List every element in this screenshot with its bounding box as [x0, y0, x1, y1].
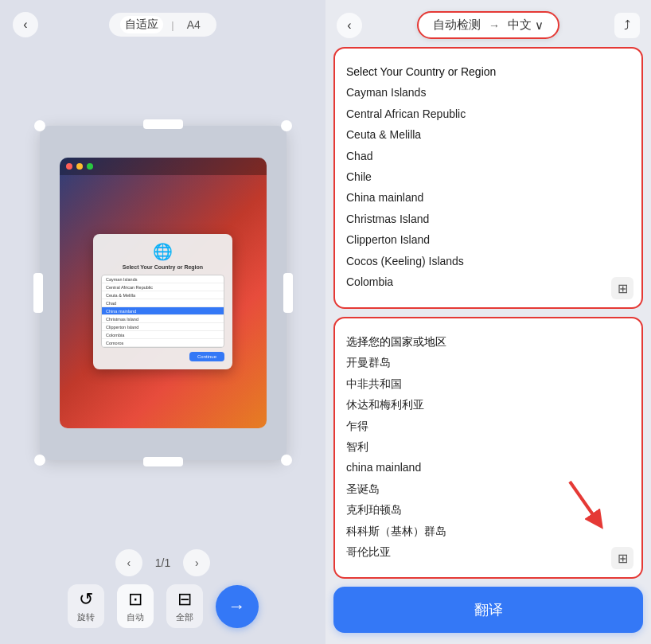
- handle-corner-tl[interactable]: [34, 120, 45, 131]
- left-bottom-bar: ‹ 1/1 › ↺ 旋转 ⊡ 自动 ⊟ 全部 →: [0, 541, 326, 644]
- source-item-8: Clipperton Island: [346, 229, 630, 250]
- right-panel: ‹ 自动检测 → 中文 ∨ ⤴ Select Your Country or R…: [326, 0, 651, 644]
- source-item-3: Ceuta & Melilla: [346, 124, 630, 145]
- mac-content: 🌐 Select Your Country or Region Cayman I…: [60, 175, 267, 428]
- next-icon: ›: [195, 556, 199, 569]
- source-text-box: Select Your Country or Region Cayman Isl…: [333, 47, 643, 309]
- mode-auto-option[interactable]: 自适应: [120, 16, 163, 33]
- source-content: Select Your Country or Region Cayman Isl…: [346, 61, 630, 295]
- mac-list-item-4: Chad: [102, 299, 224, 307]
- handle-right[interactable]: [283, 273, 293, 313]
- full-scan-label: 全部: [176, 611, 193, 623]
- mode-selector: 自适应 | A4: [109, 13, 216, 37]
- translated-item-2: 中非共和国: [346, 373, 630, 394]
- prev-icon: ‹: [127, 556, 131, 569]
- handle-bottom[interactable]: [143, 457, 183, 466]
- source-item-4: Chad: [346, 146, 630, 166]
- full-scan-button[interactable]: ⊟ 全部: [166, 584, 203, 628]
- language-selector[interactable]: 自动检测 → 中文 ∨: [417, 11, 559, 39]
- full-scan-icon: ⊟: [177, 589, 192, 610]
- source-item-2: Central African Republic: [346, 103, 630, 124]
- bottom-toolbar: ↺ 旋转 ⊡ 自动 ⊟ 全部 →: [16, 584, 310, 628]
- rotate-icon: ↺: [79, 589, 93, 610]
- back-icon-right: ‹: [347, 18, 351, 33]
- translated-item-0: 选择您的国家或地区: [346, 331, 630, 352]
- handle-corner-br[interactable]: [281, 455, 292, 466]
- translated-add-button[interactable]: ⊞: [611, 547, 633, 569]
- source-item-7: Christmas Island: [346, 209, 630, 229]
- mac-country-list: Cayman Islands Central African Republic …: [101, 275, 224, 348]
- translated-item-6: china mainland: [346, 457, 630, 478]
- source-item-5: Chile: [346, 166, 630, 187]
- left-panel: ‹ 自适应 | A4: [0, 0, 326, 644]
- handle-left[interactable]: [33, 273, 43, 313]
- mac-list-item-7: Clipperton Island: [102, 323, 224, 331]
- mac-dot-green: [87, 163, 93, 170]
- translated-item-3: 休达和梅利利亚: [346, 394, 630, 415]
- globe-icon: 🌐: [101, 242, 224, 261]
- handle-corner-tr[interactable]: [281, 120, 292, 131]
- mac-dot-red: [66, 163, 72, 170]
- back-button-left[interactable]: ‹: [13, 12, 38, 37]
- mode-a4-option[interactable]: A4: [182, 17, 205, 33]
- mac-continue-button[interactable]: Continue: [189, 352, 224, 361]
- translated-item-5: 智利: [346, 436, 630, 457]
- preview-area: 🌐 Select Your Country or Region Cayman I…: [0, 45, 326, 541]
- mode-divider: |: [171, 19, 173, 31]
- translated-text-box: 选择您的国家或地区 开曼群岛 中非共和国 休达和梅利利亚 乍得 智利 china…: [333, 317, 643, 579]
- right-header: ‹ 自动检测 → 中文 ∨ ⤴: [333, 11, 643, 39]
- page-indicator: 1/1: [155, 556, 170, 569]
- mac-list-item-2: Central African Republic: [102, 283, 224, 291]
- mac-list-item-9: Comoros: [102, 339, 224, 347]
- lang-target-label: 中文: [508, 18, 532, 33]
- auto-scan-icon: ⊡: [128, 589, 142, 610]
- translate-arrow-icon: →: [228, 596, 246, 617]
- source-item-10: Colombia: [346, 271, 630, 292]
- handle-corner-bl[interactable]: [34, 455, 45, 466]
- source-item-1: Cayman Islands: [346, 82, 630, 103]
- share-button[interactable]: ⤴: [614, 13, 640, 38]
- mac-list-item-3: Ceuta & Melilla: [102, 291, 224, 299]
- mac-list-item-6: Christmas Island: [102, 315, 224, 323]
- rotate-label: 旋转: [77, 611, 95, 623]
- source-add-icon: ⊞: [618, 281, 628, 296]
- translated-add-icon: ⊞: [618, 551, 628, 566]
- source-item-0: Select Your Country or Region: [346, 61, 630, 82]
- next-page-button[interactable]: ›: [183, 549, 210, 576]
- mac-titlebar: [60, 158, 267, 175]
- svg-line-1: [570, 482, 598, 521]
- rotate-button[interactable]: ↺ 旋转: [68, 584, 104, 628]
- back-icon-left: ‹: [23, 18, 27, 32]
- mac-dialog: 🌐 Select Your Country or Region Cayman I…: [93, 234, 232, 369]
- mac-list-item-1: Cayman Islands: [102, 275, 224, 283]
- auto-scan-button[interactable]: ⊡ 自动: [117, 584, 154, 628]
- mac-list-item-5: China mainland: [102, 307, 224, 315]
- source-item-6: China mainland: [346, 187, 630, 208]
- mac-window-preview: 🌐 Select Your Country or Region Cayman I…: [60, 158, 267, 428]
- translated-item-4: 乍得: [346, 416, 630, 436]
- translated-item-1: 开曼群岛: [346, 352, 630, 373]
- lang-source-label: 自动检测: [433, 18, 481, 33]
- source-add-button[interactable]: ⊞: [611, 277, 633, 299]
- lang-direction-arrow: →: [489, 19, 500, 32]
- source-item-9: Cocos (Keeling) Islands: [346, 251, 630, 271]
- prev-page-button[interactable]: ‹: [115, 549, 142, 576]
- red-arrow-indicator: [562, 478, 610, 533]
- mac-dot-yellow: [76, 163, 83, 170]
- back-button-right[interactable]: ‹: [337, 13, 362, 38]
- handle-top[interactable]: [143, 119, 183, 129]
- page-nav: ‹ 1/1 ›: [115, 549, 210, 576]
- lang-target-container: 中文 ∨: [508, 18, 544, 33]
- mac-dialog-title: Select Your Country or Region: [101, 264, 224, 270]
- screenshot-frame: 🌐 Select Your Country or Region Cayman I…: [40, 126, 287, 460]
- translate-arrow-button[interactable]: →: [216, 585, 259, 628]
- lang-dropdown-icon: ∨: [535, 18, 544, 33]
- translate-button[interactable]: 翻译: [333, 587, 643, 633]
- share-icon: ⤴: [624, 18, 630, 33]
- left-header: ‹ 自适应 | A4: [0, 0, 326, 45]
- mac-list-item-8: Colombia: [102, 331, 224, 339]
- auto-scan-label: 自动: [127, 611, 144, 623]
- translated-item-10: 哥伦比亚: [346, 541, 630, 562]
